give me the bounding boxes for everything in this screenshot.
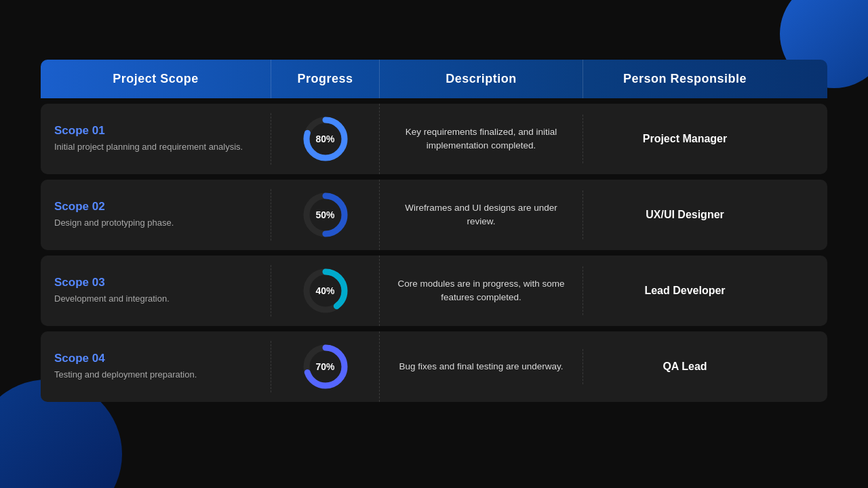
donut-chart: 70% (301, 342, 350, 391)
scope-cell-3: Scope 04Testing and deployment preparati… (41, 341, 271, 392)
desc-cell-3: Bug fixes and final testing are underway… (380, 349, 583, 384)
scope-cell-2: Scope 03Development and integration. (41, 265, 271, 316)
table-row: Scope 02Design and prototyping phase.50%… (41, 180, 827, 250)
donut-chart: 50% (301, 190, 350, 239)
scope-title-3: Scope 04 (54, 352, 257, 365)
donut-label: 70% (315, 361, 334, 372)
scope-desc-0: Initial project planning and requirement… (54, 141, 257, 153)
desc-cell-0: Key requirements finalized, and initial … (380, 115, 583, 164)
desc-text-0: Key requirements finalized, and initial … (393, 125, 569, 153)
table-row: Scope 04Testing and deployment preparati… (41, 331, 827, 402)
table-container: Project ScopeProgressDescriptionPerson R… (41, 60, 827, 402)
person-text-2: Lead Developer (644, 285, 725, 297)
person-cell-3: QA Lead (583, 350, 787, 384)
progress-cell-2: 40% (271, 256, 380, 326)
scope-title-0: Scope 01 (54, 124, 257, 138)
table-row: Scope 01Initial project planning and req… (41, 104, 827, 174)
person-cell-1: UX/UI Designer (583, 198, 787, 232)
person-text-0: Project Manager (643, 133, 727, 145)
person-text-3: QA Lead (663, 361, 707, 373)
progress-cell-0: 80% (271, 104, 380, 174)
header-cell-0: Project Scope (41, 60, 271, 98)
main-content: Project ScopeProgressDescriptionPerson R… (0, 0, 868, 402)
donut-label: 50% (315, 209, 334, 220)
table-body: Scope 01Initial project planning and req… (41, 98, 827, 402)
progress-cell-1: 50% (271, 180, 380, 250)
header-cell-2: Description (380, 60, 583, 98)
scope-desc-3: Testing and deployment preparation. (54, 369, 257, 381)
table-header: Project ScopeProgressDescriptionPerson R… (41, 60, 827, 98)
donut-chart: 40% (301, 266, 350, 315)
scope-cell-1: Scope 02Design and prototyping phase. (41, 189, 271, 240)
progress-cell-3: 70% (271, 331, 380, 402)
desc-text-1: Wireframes and UI designs are under revi… (393, 201, 569, 229)
person-cell-0: Project Manager (583, 122, 787, 156)
donut-chart: 80% (301, 115, 350, 163)
scope-desc-2: Development and integration. (54, 293, 257, 305)
scope-title-2: Scope 03 (54, 276, 257, 289)
header-cell-3: Person Responsible (583, 60, 787, 98)
desc-text-3: Bug fixes and final testing are underway… (399, 360, 563, 373)
donut-label: 80% (315, 134, 334, 144)
scope-desc-1: Design and prototyping phase. (54, 217, 257, 229)
donut-label: 40% (315, 285, 334, 296)
person-cell-2: Lead Developer (583, 274, 787, 308)
scope-cell-0: Scope 01Initial project planning and req… (41, 113, 271, 164)
scope-title-1: Scope 02 (54, 200, 257, 214)
person-text-1: UX/UI Designer (646, 209, 724, 221)
desc-text-2: Core modules are in progress, with some … (393, 277, 569, 305)
desc-cell-2: Core modules are in progress, with some … (380, 266, 583, 316)
desc-cell-1: Wireframes and UI designs are under revi… (380, 190, 583, 240)
header-cell-1: Progress (271, 60, 380, 98)
table-row: Scope 03Development and integration.40%C… (41, 256, 827, 326)
